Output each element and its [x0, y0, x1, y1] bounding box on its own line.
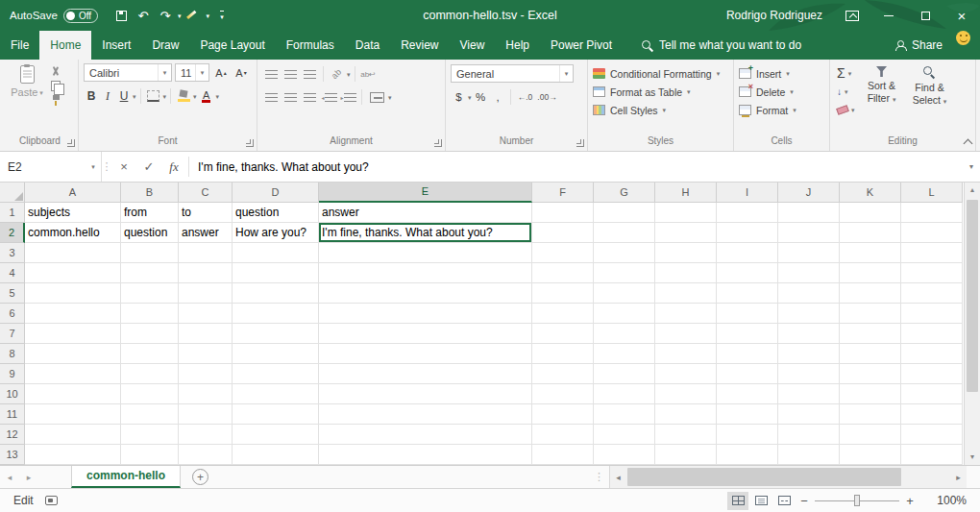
underline-button[interactable]: U	[116, 86, 132, 106]
find-select-button[interactable]: Find & Select ▾	[907, 63, 953, 106]
cell-I9[interactable]	[717, 364, 778, 384]
cell-K6[interactable]	[840, 304, 901, 324]
ribbon-tab-power-pivot[interactable]: Power Pivot	[540, 31, 623, 60]
sheet-next-button[interactable]: ▸	[19, 473, 38, 482]
bold-button[interactable]: B	[84, 86, 99, 106]
cell-F5[interactable]	[532, 283, 594, 304]
formula-input[interactable]: I'm fine, thanks. What about you?	[191, 152, 963, 182]
cell-J8[interactable]	[778, 344, 840, 364]
redo-dropdown-icon[interactable]: ▾	[178, 12, 182, 19]
ribbon-tab-page-layout[interactable]: Page Layout	[189, 31, 275, 60]
column-header-K[interactable]: K	[840, 183, 901, 203]
cell-A2[interactable]: common.hello	[25, 223, 121, 243]
ribbon-tab-formulas[interactable]: Formulas	[276, 31, 345, 60]
ribbon-display-options-button[interactable]	[834, 0, 870, 31]
cell-K9[interactable]	[840, 364, 901, 384]
name-box[interactable]: E2 ▾	[0, 152, 102, 182]
ribbon-tab-view[interactable]: View	[450, 31, 496, 60]
cell-A8[interactable]	[25, 344, 121, 364]
minimize-button[interactable]	[870, 0, 907, 31]
align-middle-button[interactable]	[282, 65, 300, 83]
cell-D2[interactable]: How are you?	[233, 223, 319, 243]
ribbon-tab-insert[interactable]: Insert	[91, 31, 141, 60]
cell-J12[interactable]	[778, 425, 840, 445]
row-header-7[interactable]: 7	[0, 324, 25, 344]
cell-F8[interactable]	[532, 344, 594, 364]
cell-E5[interactable]	[319, 283, 532, 304]
cell-L3[interactable]	[901, 243, 963, 263]
cell-A3[interactable]	[25, 243, 121, 263]
cell-B5[interactable]	[121, 283, 179, 304]
ribbon-tab-help[interactable]: Help	[495, 31, 540, 60]
autosum-button[interactable]: Σ▾	[835, 64, 857, 82]
row-header-10[interactable]: 10	[0, 384, 25, 404]
cell-G11[interactable]	[594, 404, 655, 425]
cell-D1[interactable]: question	[233, 203, 319, 223]
fill-color-button[interactable]	[175, 87, 192, 105]
customize-qat-button[interactable]: ▾	[212, 4, 232, 27]
cell-E4[interactable]	[319, 263, 532, 283]
cell-B7[interactable]	[121, 324, 179, 344]
cell-F12[interactable]	[532, 425, 594, 445]
close-button[interactable]: ×	[943, 0, 980, 31]
comma-button[interactable]: ,	[490, 88, 506, 106]
cell-F13[interactable]	[532, 445, 594, 465]
cell-B11[interactable]	[121, 404, 179, 425]
cell-G1[interactable]	[594, 203, 655, 223]
underline-dropdown-icon[interactable]: ▾	[133, 93, 136, 100]
font-dialog-launcher[interactable]	[246, 139, 254, 147]
insert-function-button[interactable]: fx	[161, 152, 186, 182]
tab-scroll-splitter[interactable]: ⋮	[594, 471, 604, 483]
zoom-out-button[interactable]: −	[796, 494, 813, 508]
cell-I3[interactable]	[717, 243, 778, 263]
zoom-level[interactable]: 100%	[922, 494, 967, 507]
cell-E12[interactable]	[319, 425, 532, 445]
cell-G4[interactable]	[594, 263, 655, 283]
percent-button[interactable]: %	[473, 88, 489, 106]
cell-D8[interactable]	[233, 344, 319, 364]
cell-D10[interactable]	[233, 384, 319, 404]
ribbon-tab-draw[interactable]: Draw	[141, 31, 189, 60]
user-name[interactable]: Rodrigo Rodriguez	[726, 9, 822, 22]
cell-J11[interactable]	[778, 404, 840, 425]
horizontal-scroll-thumb[interactable]	[627, 468, 901, 486]
sort-filter-button[interactable]: Sort & Filter ▾	[859, 63, 905, 104]
insert-cells-button[interactable]: Insert ▾	[739, 64, 824, 83]
cell-C11[interactable]	[179, 404, 233, 425]
vertical-scroll-track[interactable]	[965, 198, 980, 450]
cell-F6[interactable]	[532, 304, 594, 324]
cell-K7[interactable]	[840, 324, 901, 344]
cell-D12[interactable]	[233, 425, 319, 445]
cell-E6[interactable]	[319, 304, 532, 324]
cell-J2[interactable]	[778, 223, 840, 243]
cell-A6[interactable]	[25, 304, 121, 324]
cell-J9[interactable]	[778, 364, 840, 384]
cell-F11[interactable]	[532, 404, 594, 425]
cell-I2[interactable]	[717, 223, 778, 243]
cell-C5[interactable]	[179, 283, 233, 304]
ribbon-tab-home[interactable]: Home	[39, 31, 91, 60]
number-dialog-launcher[interactable]	[576, 139, 584, 147]
zoom-in-button[interactable]: +	[901, 494, 919, 508]
cell-H2[interactable]	[655, 223, 717, 243]
cell-E11[interactable]	[319, 404, 532, 425]
align-center-button[interactable]	[282, 88, 300, 106]
cell-H3[interactable]	[655, 243, 717, 263]
cell-H4[interactable]	[655, 263, 717, 283]
new-sheet-button[interactable]: +	[192, 469, 208, 485]
paste-button[interactable]: Paste▾	[7, 63, 47, 98]
cell-A4[interactable]	[25, 263, 121, 283]
cell-F4[interactable]	[532, 263, 594, 283]
cell-L11[interactable]	[901, 404, 963, 425]
row-header-5[interactable]: 5	[0, 283, 25, 304]
align-top-button[interactable]	[262, 65, 281, 83]
row-header-3[interactable]: 3	[0, 243, 25, 263]
scroll-down-icon[interactable]: ▾	[970, 450, 974, 465]
row-header-8[interactable]: 8	[0, 344, 25, 364]
cell-F10[interactable]	[532, 384, 594, 404]
sheet-tab-common-hello[interactable]: common-hello	[71, 466, 181, 488]
align-left-button[interactable]	[262, 88, 281, 106]
cell-D13[interactable]	[233, 445, 319, 465]
page-layout-view-button[interactable]	[750, 492, 772, 510]
cell-E1[interactable]: answer	[319, 203, 532, 223]
